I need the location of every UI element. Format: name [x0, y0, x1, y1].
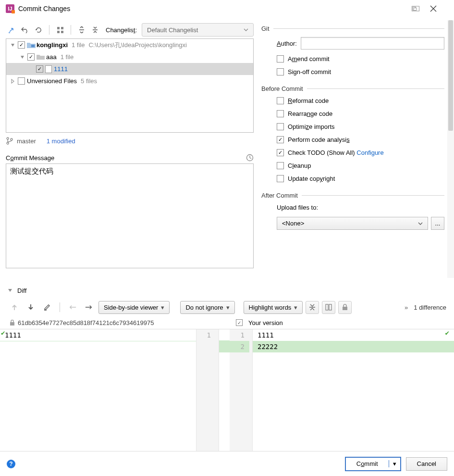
svg-rect-6 — [61, 27, 63, 29]
lock-icon — [10, 320, 15, 326]
section-before: Before Commit — [261, 85, 444, 92]
checkbox[interactable]: ✓ — [36, 65, 43, 73]
gutter-line: 1 — [196, 329, 216, 341]
close-icon[interactable] — [430, 5, 448, 12]
browse-button[interactable]: ... — [431, 217, 444, 230]
branch-status: master 1 modified — [6, 135, 254, 147]
tree-root-row[interactable]: ✓ konglingxi 1 file C:\Users\孔\IdeaProje… — [6, 39, 253, 51]
author-input[interactable] — [301, 37, 444, 50]
modified-link[interactable]: 1 modified — [47, 138, 75, 145]
tree-unversioned-row[interactable]: Unversioned Files 5 files — [6, 75, 253, 87]
your-version-label: Your version — [248, 319, 283, 326]
chevron-down-icon — [418, 222, 423, 225]
settings-lock-icon[interactable] — [338, 301, 352, 314]
prev-diff-icon[interactable] — [8, 301, 21, 314]
edit-icon[interactable] — [40, 301, 54, 314]
changelist-combo[interactable]: Default Changelist — [142, 23, 254, 37]
scrollbar[interactable] — [447, 20, 454, 278]
more-icon[interactable]: » — [405, 304, 408, 311]
commit-split-icon[interactable]: ▾ — [389, 460, 400, 467]
configure-link[interactable]: Configure — [356, 149, 383, 156]
group-by-icon[interactable] — [54, 24, 66, 36]
copyright-checkbox-row[interactable]: Update copyright — [277, 175, 444, 182]
svg-rect-20 — [10, 322, 14, 326]
svg-rect-17 — [326, 304, 328, 310]
folder-icon — [37, 54, 44, 60]
checkbox[interactable] — [18, 77, 25, 85]
tree-file-row[interactable]: ✓ 1111 — [6, 63, 253, 75]
chevron-down-icon[interactable] — [19, 55, 25, 59]
optimize-checkbox-row[interactable]: Optimize imports — [277, 123, 444, 130]
highlight-combo[interactable]: Highlight words▾ — [244, 301, 303, 314]
window-button-icon[interactable] — [412, 6, 430, 12]
chevron-right-icon[interactable] — [9, 79, 16, 84]
signoff-checkbox-row[interactable]: Sign-off commit — [277, 68, 444, 75]
commit-message-label: Commit Message — [6, 154, 54, 162]
svg-rect-7 — [57, 31, 60, 33]
tree-folder-label: aaa — [46, 53, 57, 61]
unversioned-label: Unversioned Files — [27, 77, 77, 85]
author-label: Author: — [277, 40, 297, 47]
svg-point-12 — [7, 138, 9, 139]
svg-rect-18 — [329, 304, 331, 310]
ignore-combo[interactable]: Do not ignore▾ — [180, 301, 234, 314]
checkbox[interactable]: ✓ — [27, 53, 35, 61]
commit-button[interactable]: Commit ▾ — [345, 457, 401, 471]
chevron-down-icon — [244, 28, 248, 31]
module-folder-icon — [27, 42, 35, 48]
section-git: Git — [261, 25, 444, 32]
changes-toolbar: Changelist: Default Changelist — [6, 21, 254, 38]
changelist-label: Changelist: — [106, 26, 137, 34]
cancel-button[interactable]: Cancel — [406, 457, 447, 471]
forward-icon[interactable] — [82, 301, 96, 314]
chevron-down-icon[interactable] — [9, 43, 16, 47]
diff-right-pane[interactable]: ✔ 1111 22222 — [253, 329, 454, 465]
collapse-all-icon[interactable] — [89, 24, 101, 36]
refresh-arrow-icon[interactable] — [6, 24, 17, 36]
tree-folder-row[interactable]: ✓ aaa 1 file — [6, 51, 253, 63]
tree-file-label: 1111 — [54, 65, 68, 73]
analysis-checkbox-row[interactable]: ✓Perform code analysis — [277, 136, 444, 143]
sync-scroll-icon[interactable] — [322, 301, 335, 314]
upload-combo[interactable]: <None> — [277, 217, 428, 230]
diff-viewer: ✔ 1111 1 1 2 ✔ 1111 22222 — [0, 329, 454, 465]
history-icon[interactable] — [246, 154, 254, 162]
upload-label: Upload files to: — [277, 204, 318, 211]
svg-rect-8 — [61, 31, 63, 33]
refresh-icon[interactable] — [33, 24, 44, 36]
diff-count: 1 difference — [414, 304, 446, 311]
svg-rect-5 — [57, 27, 60, 29]
revision-hash: 61db6354e7727ec85d818f74121c6c7934619975 — [18, 319, 154, 326]
collapse-unchanged-icon[interactable] — [306, 301, 319, 314]
readonly-toggle[interactable]: ✓ — [236, 319, 243, 326]
next-diff-icon[interactable] — [24, 301, 37, 314]
reformat-checkbox-row[interactable]: Reformat code — [277, 97, 444, 104]
help-icon[interactable]: ? — [7, 460, 15, 468]
section-after: After Commit — [261, 192, 444, 199]
changes-tree[interactable]: ✓ konglingxi 1 file C:\Users\孔\IdeaProje… — [6, 38, 254, 133]
expand-all-icon[interactable] — [76, 24, 87, 36]
svg-rect-11 — [31, 45, 35, 47]
view-mode-combo[interactable]: Side-by-side viewer▾ — [98, 301, 170, 314]
app-icon: IJ — [6, 4, 14, 13]
amend-checkbox-row[interactable]: Amend commit — [277, 55, 444, 63]
cleanup-checkbox-row[interactable]: Cleanup — [277, 162, 444, 169]
gutter-line: 1 — [230, 329, 249, 341]
back-icon[interactable] — [66, 301, 79, 314]
diff-left-pane[interactable]: ✔ 1111 — [0, 329, 196, 465]
checkbox[interactable]: ✓ — [18, 41, 25, 49]
svg-rect-2 — [414, 8, 417, 11]
window-title: Commit Changes — [18, 5, 70, 13]
gutter-line: 2 — [230, 341, 249, 352]
svg-point-14 — [11, 138, 12, 140]
commit-message-input[interactable]: 测试提交代码 — [6, 163, 254, 268]
undo-icon[interactable] — [19, 24, 31, 36]
svg-point-13 — [7, 142, 9, 144]
chevron-down-icon[interactable] — [8, 288, 12, 292]
branch-icon — [6, 137, 13, 145]
file-icon — [45, 65, 52, 73]
todo-checkbox-row[interactable]: ✓Check TODO (Show All) Configure — [277, 149, 444, 156]
rearrange-checkbox-row[interactable]: Rearrange code — [277, 110, 444, 117]
check-icon: ✔ — [445, 329, 449, 337]
tree-root-label: konglingxi — [37, 41, 68, 49]
